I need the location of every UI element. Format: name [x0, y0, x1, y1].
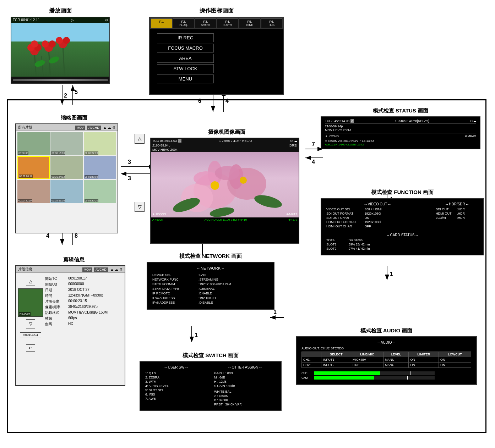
playback-top-bar: TCR 00:01:12.11 ▷ ⊙ — [11, 17, 109, 23]
thumb-top-bar: 所有片段 MOV AVCHD ▲ ☁ ⚙ — [16, 124, 118, 131]
clipinfo-title: 剪辑信息 — [15, 256, 132, 263]
clip-label-0: 開始TC — [45, 276, 68, 281]
network-header: -- NETWORK -- — [152, 266, 269, 270]
thumb-time-8: 00:02:53:08 — [51, 199, 65, 202]
clip-down-btn[interactable]: ▽ — [26, 319, 35, 328]
camera-section: 摄像机图像画面 TCG 04:29:14.03 A 1 25mn 2 41mn … — [150, 129, 303, 244]
audio-meter-ch2-label: CH2 — [301, 376, 314, 380]
sw-wb-2: PRST : 3640K VAR — [214, 403, 276, 406]
status-color-row: A 4600K 2% 2019 NOV 7 14:14:53 — [325, 139, 476, 143]
clip-value-0: 00:01:00.17 — [68, 276, 87, 281]
f1-label: F1: — [152, 20, 172, 23]
audio-ch1-level: MANU — [384, 357, 409, 363]
func-btn-f5[interactable]: F5: CINE — [239, 18, 260, 28]
thumb-up-btn[interactable]: △ — [135, 134, 145, 144]
thumb-cell-7[interactable]: 00:02:30:20 — [17, 180, 50, 203]
cam-format: 2160-59.94p — [152, 144, 170, 147]
function-cols: -- VIDEO OUT -- VIDEO OUT SEL : SDI + HD… — [326, 202, 478, 229]
menu-item-area[interactable]: AREA — [157, 54, 214, 63]
func-btn-f4[interactable]: F4: B.STR — [217, 18, 238, 28]
net-value-3: GENERAL — [200, 287, 215, 291]
network-section: 模式检查 NETWORK 画面 -- NETWORK -- DEVICE SEL… — [147, 253, 274, 310]
cam-bottom-mid: AGC ND:CLR 1/100 STDI F:9+10 — [205, 218, 247, 221]
operation-section: 操作图标画面 F1: F2: FLUQ. F3: SPARK F4: B.STR — [149, 7, 284, 95]
sw-wb-0: A : 4600K — [214, 394, 276, 398]
audio-ch1-row: CH1: INPUT1 MIC+48V MANU ON ON — [302, 357, 471, 363]
audio-th-limiter: LIMITER — [409, 352, 439, 357]
thumb-cell-3[interactable]: 00:00:32:15 — [84, 132, 116, 155]
clip-value-2: 2018 OCT 27 — [68, 288, 89, 293]
f6-label: F6: — [262, 20, 282, 23]
clip-label-4: 片段長度 — [45, 299, 68, 304]
thumb-grid: 00:00:00 00:00:16:00 00:00:32:15 00:01:0… — [16, 131, 118, 204]
f3-label: F3: — [196, 20, 216, 23]
thumb-time-4: 00:01:00:17 — [19, 175, 33, 178]
switch-user-col: -- USER SW -- 1: Q.I.S. 2: ZEBRA 3: WFM … — [145, 365, 207, 407]
func-btn-f6[interactable]: F6: HLG — [261, 18, 282, 28]
status-codec: MOV HEVC 200M — [325, 128, 476, 133]
thumb-cell-4[interactable]: 00:01:00:17 — [17, 156, 50, 179]
func-hdr-row-0: SDI OUT : HDR — [436, 208, 478, 211]
net-value-5: 192.168.0.1 — [200, 296, 217, 300]
thumb-cell-6[interactable]: 00:01:48:02 — [84, 156, 116, 179]
status-icons-row: ✦ ICONS ⊕MF4D — [325, 134, 476, 138]
menu-item-focus-macro[interactable]: FOCUS MACRO — [157, 44, 214, 52]
switch-section: 模式检查 SWITCH 画面 -- USER SW -- 1: Q.I.S. 2… — [140, 352, 282, 411]
svg-point-41 — [31, 40, 38, 48]
thumb-down-btn[interactable]: ▽ — [135, 202, 145, 212]
net-row-6: IPv6 ADDRESS : DISABLE — [152, 301, 269, 304]
func-buttons-row: F1: F2: FLUQ. F3: SPARK F4: B.STR F5: CI… — [150, 17, 283, 29]
clip-row-4: 片段長度 00:00:23.15 — [45, 299, 123, 304]
thumbnail-screen: 所有片段 MOV AVCHD ▲ ☁ ⚙ 00:00:00 00:00:16:0… — [15, 123, 118, 233]
clip-up-btn[interactable]: △ — [26, 277, 35, 286]
camera-bottom-bar: A 4600K AGC ND:CLR 1/100 STDI F:9+10 ⊕F3… — [151, 217, 299, 222]
thumb-nav: △ ▽ — [135, 132, 145, 213]
func-vo-value-2: ON — [365, 216, 370, 220]
sw-other-2: H : 12dB — [214, 380, 276, 383]
audio-screen: -- AUDIO -- AUDIO OUT: CH1/2 STEREO SELE… — [296, 336, 477, 385]
net-label-2: STRM FORMAT — [152, 282, 198, 286]
camera-top-bar: TCG 04:29:14.03 A 1 25mn 2 41mn RELAY ⊙ … — [151, 138, 299, 143]
menu-item-menu[interactable]: MENU — [157, 74, 214, 83]
func-vo-label-4: HDMI OUT CHAR — [326, 225, 364, 228]
thumb-cell-2[interactable]: 00:00:16:00 — [50, 132, 83, 155]
thumb-cell-5[interactable]: 00:01:24:02 — [50, 156, 83, 179]
clipinfo-top-bar: 片段信息 MOV AVCHD ▲ ☁ ⚙ — [16, 266, 125, 273]
net-row-0: DEVICE SEL : LAN — [152, 273, 269, 277]
thumb-cell-9[interactable]: 00:03:30:20 — [84, 180, 116, 203]
switch-title: 模式检查 SWITCH 画面 — [140, 352, 282, 359]
net-row-4: IP REMOTE : ENABLE — [152, 292, 269, 295]
f5-sub: CINE — [240, 23, 260, 27]
svg-point-58 — [240, 177, 247, 184]
function-screen: -- VIDEO OUT -- VIDEO OUT SEL : SDI + HD… — [321, 198, 484, 255]
audio-ch1-limiter: ON — [409, 357, 439, 363]
func-vo-label-0: VIDEO OUT SEL — [326, 208, 364, 211]
audio-meter-ch1-bar — [314, 371, 435, 375]
thumbnail-title: 缩略图画面 — [15, 115, 132, 121]
status-top-row: TCG 04:29:14.03 A 1 25mn 2 41mn[RELAY] ⊙… — [325, 119, 476, 124]
func-btn-f1[interactable]: F1: — [151, 18, 172, 28]
main-box: 缩略图画面 所有片段 MOV AVCHD ▲ ☁ ⚙ 00:00:00 — [7, 99, 486, 433]
clip-label-6: 記錄格式 — [45, 310, 68, 315]
status-tc: TCG 04:29:14.03 A — [325, 119, 354, 123]
thumb-cell-8[interactable]: 00:02:53:08 — [50, 180, 83, 203]
thumb-cell-1[interactable]: 00:00:00 — [17, 132, 50, 155]
clip-value-3: 12:43:07(GMT+09:00) — [68, 293, 103, 298]
func-btn-f2[interactable]: F2: FLUQ. — [173, 18, 194, 28]
clip-row-1: 開始UB 00000000 — [45, 282, 123, 287]
func-card-header: -- CARD STATUS -- — [326, 233, 478, 237]
menu-item-ir-rec[interactable]: IR REC — [157, 33, 214, 42]
clip-back-btn[interactable]: ↩ — [26, 344, 35, 352]
menu-item-atw-lock[interactable]: ATW LOCK — [157, 64, 214, 73]
f3-sub: SPARK — [196, 23, 216, 27]
func-btn-f3[interactable]: F3: SPARK — [195, 18, 216, 28]
audio-ch1-label: CH1: — [302, 357, 321, 363]
thumb-time-9: 00:03:30:20 — [85, 199, 98, 202]
svg-point-44 — [49, 40, 56, 48]
network-title: 模式检查 NETWORK 画面 — [147, 253, 274, 260]
svg-line-37 — [42, 56, 43, 77]
clip-label-2: 日期 — [45, 288, 68, 293]
playback-screen: TCR 00:01:12.11 ▷ ⊙ — [11, 17, 110, 84]
function-title: 模式检查 FUNCTION 画面 — [321, 189, 484, 196]
net-value-1: STREAMING — [200, 278, 219, 281]
